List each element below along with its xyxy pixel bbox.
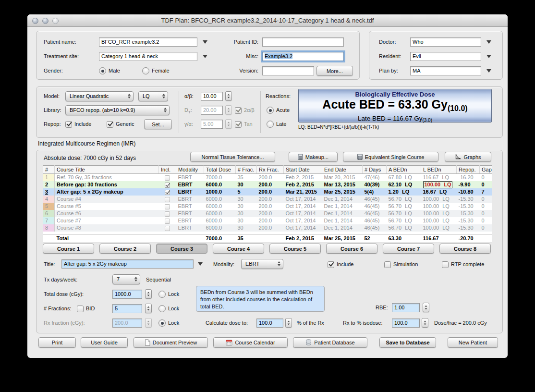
doctor-field[interactable]: Who [410,37,481,47]
course-calendar-button[interactable]: Course Calendar [213,337,288,348]
column-header[interactable]: # Days [363,166,387,174]
user-guide-button[interactable]: User Guide [81,337,128,348]
acute-radio[interactable]: Acute [267,106,290,114]
document-preview-button[interactable]: Document Preview [134,337,208,348]
repop-set-button[interactable]: Set... [144,119,172,129]
resident-field[interactable]: Evil [410,52,481,61]
fractions-lock-radio[interactable]: Lock [158,305,179,313]
table-row[interactable]: 6Course #6EBRT6000.030200.0Oct 17, 2014D… [43,210,492,217]
total-dose-field[interactable]: 1000.0 [112,290,142,299]
makeup-button[interactable]: Makeup... [289,152,338,162]
calc-dose-stepper[interactable] [285,318,292,328]
planby-field[interactable]: MA [410,66,481,75]
rtp-complete-checkbox[interactable]: RTP complete [442,260,484,269]
title-bar[interactable]: TDF Plan: BFCO_RCR example3.2_2014-10-17… [27,14,508,27]
modality-popup[interactable]: EBRT [241,259,283,269]
gamma-alpha-field[interactable]: 5.00 [201,120,223,129]
isodose-stepper[interactable] [422,318,428,328]
dt-stepper[interactable] [225,105,232,115]
total-dose-lock-radio[interactable]: Lock [158,290,179,298]
version-field[interactable] [262,66,314,75]
zoom-button[interactable] [52,18,59,24]
column-header[interactable]: End Date [322,166,363,174]
rbe-field[interactable]: 1.00 [392,303,420,312]
course-1-tab[interactable]: Course 1 [43,244,94,254]
table-row[interactable]: 4Course #4EBRT6000.030200.0Oct 17, 2014D… [43,196,492,203]
normal-tissue-tolerance-button[interactable]: Normal Tissue Tolerance... [190,152,275,162]
tx-days-popup[interactable]: 7 [112,274,140,284]
print-button[interactable]: Print [38,337,76,348]
include-checkbox[interactable] [165,204,170,209]
include-checkbox[interactable]: Include [328,260,353,269]
course-title-field[interactable]: After gap: 5 x 2Gy makeup [61,259,194,269]
column-header[interactable]: Course Title [55,166,159,174]
isodose-field[interactable]: 100.0 [392,318,420,328]
course-2-tab[interactable]: Course 2 [99,244,151,254]
table-row[interactable]: 1Ref. 70 Gy, 35 fractionsEBRT7000.035200… [43,174,492,182]
include-checkbox[interactable] [165,175,170,181]
course-5-tab[interactable]: Course 5 [269,244,321,254]
planby-dropdown-icon[interactable] [486,69,491,73]
column-header[interactable]: A BEDn [387,166,421,174]
save-to-database-button[interactable]: Save to Database [379,337,436,348]
tan-checkbox[interactable]: Tan [235,120,253,128]
repop-include-checkbox[interactable]: Include [65,120,91,128]
column-header[interactable]: L BEDn [421,166,457,174]
column-header[interactable]: Total Dose [204,166,236,174]
table-row[interactable]: 2Before gap: 30 fractionsEBRT6000.030200… [43,181,492,188]
calc-dose-field[interactable]: 100.0 [256,318,283,328]
close-button[interactable] [32,18,38,24]
course-7-tab[interactable]: Course 7 [383,244,434,254]
include-checkbox[interactable] [165,197,170,202]
treatment-site-field[interactable]: Category 1 head & neck [99,52,197,61]
column-header[interactable]: Gap [480,166,492,174]
course-6-tab[interactable]: Course 6 [326,244,377,254]
alpha-beta-field[interactable]: 10.00 [201,92,223,101]
bid-checkbox[interactable]: BID [77,305,95,313]
course-3-tab[interactable]: Course 3 [156,244,207,254]
fractions-stepper[interactable] [145,304,152,313]
gender-female-radio[interactable]: Female [142,67,170,75]
treatment-site-dropdown-icon[interactable] [203,55,207,58]
rx-fraction-stepper[interactable] [145,318,152,328]
model-popup[interactable]: Linear Quadratic [65,91,134,101]
library-popup[interactable]: BFCO repop. (ab=10 k=0.9) [65,105,170,115]
column-header[interactable]: # [43,166,55,174]
include-checkbox[interactable] [165,190,170,195]
table-row[interactable]: 3After gap: 5 x 2Gy makeupEBRT1000.05200… [43,188,492,196]
column-header[interactable]: Modality [176,166,204,174]
include-checkbox[interactable] [165,183,170,188]
patient-database-button[interactable]: Patient Database [293,337,367,348]
repop-generic-checkbox[interactable]: Generic [107,120,134,128]
minimize-button[interactable] [42,18,49,24]
column-header[interactable]: Rx Frac. [257,166,284,174]
rx-fraction-lock-radio[interactable]: Lock [158,319,179,327]
more-button[interactable]: More... [316,66,353,76]
late-radio[interactable]: Late [267,120,286,128]
dt-field[interactable]: 20.00 [201,106,223,115]
patient-name-field[interactable]: BFCO_RCR example3.2 [99,37,197,47]
graphs-button[interactable]: Graphs [445,152,491,162]
include-checkbox[interactable] [165,219,170,224]
fractions-field[interactable]: 5 [112,304,142,313]
gamma-alpha-stepper[interactable] [225,119,232,129]
patient-id-field[interactable] [262,37,344,47]
rbe-stepper[interactable] [423,303,429,312]
doctor-dropdown-icon[interactable] [486,40,491,44]
gender-male-radio[interactable]: Male [99,67,120,75]
simulation-checkbox[interactable]: Simulation [384,260,418,269]
misc-field[interactable]: Example3.2 [262,52,344,61]
column-header[interactable]: Repop. [457,166,480,174]
two-alpha-beta-checkbox[interactable]: 2α/β [235,106,255,114]
new-patient-button[interactable]: New Patient [448,337,498,348]
table-row[interactable]: 8Course #8EBRT6000.030200.0Oct 17, 2014D… [43,224,492,232]
patient-name-dropdown-icon[interactable] [203,40,207,44]
column-header[interactable]: Incl. [159,166,176,174]
course-title-dropdown-icon[interactable] [198,262,203,266]
model-short-popup[interactable]: LQ [138,91,168,101]
rx-fraction-field[interactable]: 200.0 [112,318,142,328]
table-row[interactable]: 5Course #5EBRT6000.030200.0Oct 17, 2014D… [43,203,492,210]
alpha-beta-stepper[interactable] [225,91,232,101]
table-row[interactable]: 7Course #7EBRT6000.030200.0Oct 17, 2014D… [43,217,492,224]
course-8-tab[interactable]: Course 8 [439,244,491,254]
